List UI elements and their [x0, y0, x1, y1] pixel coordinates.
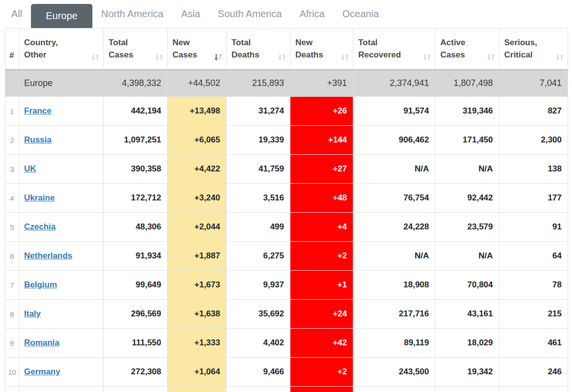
cell-total-deaths: 19,339	[227, 126, 290, 155]
column-header-total_recovered[interactable]: TotalRecovered	[353, 28, 435, 70]
column-header-active_cases[interactable]: ActiveCases	[435, 28, 499, 70]
country-link[interactable]: Italy	[24, 309, 41, 318]
cell-serious-critical: 246	[499, 358, 568, 387]
cell-country: Ukraine	[19, 184, 104, 213]
cell-country: Netherlands	[19, 242, 104, 271]
cell-total-deaths: 4,402	[227, 329, 290, 358]
tab-asia[interactable]: Asia	[172, 8, 209, 20]
cell-new-deaths: +26	[290, 97, 353, 126]
cell-active-cases: 92,442	[435, 184, 499, 213]
cell-total-recovered: 91,574	[353, 97, 435, 126]
cell-total-recovered: 76,754	[353, 184, 435, 213]
cell-total-recovered: 906,462	[353, 126, 435, 155]
cell-total-deaths: 9,466	[227, 358, 290, 387]
cell-total-deaths: 3,516	[227, 184, 290, 213]
tab-oceania[interactable]: Oceania	[334, 8, 388, 20]
table-row: 5 Czechia 48,306 +2,044 499 +4 24,228 23…	[5, 213, 568, 242]
sort-both-icon	[91, 53, 100, 61]
cell-new-cases: +1,673	[168, 271, 227, 300]
cell-country: Italy	[19, 300, 104, 329]
cell-total-cases: 442,194	[104, 97, 168, 126]
cell-total-cases: 1,097,251	[104, 126, 168, 155]
column-header-serious_critical[interactable]: Serious,Critical	[499, 28, 568, 70]
covid-countries-table: #Country,Other TotalCases NewCases Total…	[5, 28, 568, 392]
cell-active-cases: 171,450	[435, 126, 499, 155]
cell-serious-critical: 215	[499, 300, 568, 329]
table-header-row: #Country,Other TotalCases NewCases Total…	[5, 28, 568, 70]
cell-new-cases: +6,065	[168, 126, 227, 155]
cell-active-cases: 19,342	[435, 358, 499, 387]
cell-total-recovered: 18,908	[353, 271, 435, 300]
country-link[interactable]: UK	[24, 164, 36, 173]
sort-both-icon	[278, 53, 286, 61]
cell-country: Russia	[19, 126, 104, 155]
header-label: #	[9, 49, 16, 61]
country-link[interactable]: Netherlands	[24, 251, 72, 260]
country-link[interactable]: Czechia	[24, 222, 56, 231]
sort-both-icon	[555, 53, 564, 61]
table-row: 8 Italy 296,569 +1,638 35,692 +24 217,71…	[5, 300, 568, 329]
cell-total-deaths: 35,692	[227, 300, 290, 329]
cell-rank: 8	[5, 300, 19, 329]
table-row: 7 Belgium 99,649 +1,673 9,937 +1 18,908 …	[5, 271, 568, 300]
cell-total-cases	[104, 387, 168, 392]
cell-total-recovered	[353, 387, 435, 392]
country-link[interactable]: Germany	[24, 367, 60, 376]
cell-country	[19, 387, 104, 392]
cell-new-deaths: +1	[290, 271, 353, 300]
continent-total-row: Europe 4,398,332 +44,502 215,893 +391 2,…	[5, 70, 568, 97]
cell-serious-critical: 64	[499, 242, 568, 271]
cell-active-cases: N/A	[435, 242, 499, 271]
sort-both-icon	[341, 53, 349, 61]
column-header-total_cases[interactable]: TotalCases	[104, 28, 168, 70]
cell-total-cases: 4,398,332	[104, 70, 168, 97]
sort-both-icon	[155, 53, 164, 61]
cell-country: Germany	[19, 358, 104, 387]
tab-africa[interactable]: Africa	[290, 8, 333, 20]
cell-rank: 4	[5, 184, 19, 213]
country-link[interactable]: Russia	[24, 135, 52, 144]
cell-active-cases: 319,346	[435, 97, 499, 126]
cell-active-cases: 18,029	[435, 329, 499, 358]
cell-total-deaths: 499	[227, 213, 290, 242]
cell-new-deaths: +144	[290, 126, 353, 155]
cell-serious-critical: 7,041	[499, 70, 568, 97]
tab-north-america[interactable]: North America	[92, 8, 172, 20]
cell-total-recovered: 2,374,941	[353, 70, 435, 97]
country-link[interactable]: Ukraine	[24, 193, 55, 202]
tab-south-america[interactable]: South America	[209, 8, 290, 20]
cell-serious-critical: 827	[499, 97, 568, 126]
table-row: 9 Romania 111,550 +1,333 4,402 +42 89,11…	[5, 329, 568, 358]
column-header-rank[interactable]: #	[5, 28, 19, 70]
cell-active-cases: N/A	[435, 155, 499, 184]
worldometer-covid-page: AllEuropeNorth AmericaAsiaSouth AmericaA…	[0, 0, 572, 392]
continent-tabs: AllEuropeNorth AmericaAsiaSouth AmericaA…	[0, 0, 572, 28]
column-header-country[interactable]: Country,Other	[19, 28, 104, 70]
cell-new-deaths: +48	[290, 184, 353, 213]
tab-europe[interactable]: Europe	[31, 4, 92, 28]
cell-new-deaths: +27	[290, 155, 353, 184]
column-header-new_cases[interactable]: NewCases	[168, 28, 227, 70]
cell-total-deaths	[227, 387, 290, 392]
country-link[interactable]: Romania	[24, 338, 59, 347]
header-label: Total	[109, 36, 163, 49]
cell-new-cases: +1,064	[168, 358, 227, 387]
cell-country: Europe	[19, 70, 104, 97]
cell-rank: 10	[5, 358, 19, 387]
cell-rank	[5, 387, 19, 392]
cell-total-cases: 296,569	[104, 300, 168, 329]
cell-active-cases: 70,804	[435, 271, 499, 300]
country-link[interactable]: France	[24, 106, 52, 115]
sort-both-icon	[486, 53, 495, 61]
column-header-total_deaths[interactable]: TotalDeaths	[227, 28, 290, 70]
cell-total-cases: 172,712	[104, 184, 168, 213]
tab-all[interactable]: All	[2, 8, 31, 20]
cell-serious-critical: 78	[499, 271, 568, 300]
cell-serious-critical: 91	[499, 213, 568, 242]
sort-descending-icon	[214, 53, 223, 61]
cell-rank: 9	[5, 329, 19, 358]
cell-active-cases: 1,807,498	[435, 70, 499, 97]
cell-new-cases: +1,638	[168, 300, 227, 329]
country-link[interactable]: Belgium	[24, 280, 57, 289]
column-header-new_deaths[interactable]: NewDeaths	[290, 28, 353, 70]
